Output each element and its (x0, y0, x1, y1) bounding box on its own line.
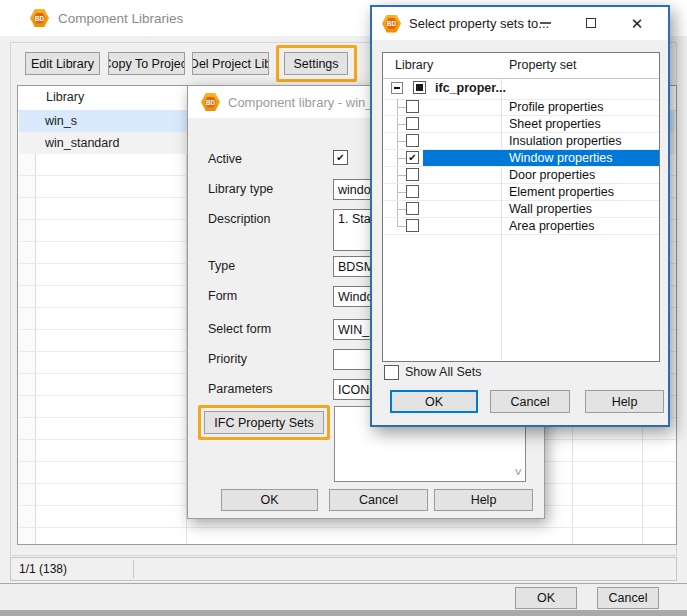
dialog-help-button[interactable]: Help (434, 489, 533, 511)
property-set-row[interactable]: ✔ Window properties (383, 150, 659, 167)
library-root-row[interactable]: ifc_proper... (383, 78, 659, 100)
property-set-label: Element properties (509, 185, 614, 199)
minimize-button[interactable] (532, 12, 558, 34)
maximize-button[interactable] (578, 12, 604, 34)
tree-connector-tick (397, 124, 406, 125)
property-sets-list[interactable]: Library Property set ifc_proper... ✔ Pro… (382, 52, 660, 362)
dialog-cancel-button[interactable]: Cancel (490, 390, 570, 413)
priority-label: Priority (208, 352, 247, 366)
root-library-label: ifc_proper... (435, 81, 506, 95)
select-form-label: Select form (208, 322, 271, 336)
dialog-ok-button[interactable]: OK (221, 489, 318, 511)
collapse-expander-icon[interactable] (391, 82, 403, 94)
property-set-checkbox[interactable]: ✔ (406, 117, 419, 130)
form-label: Form (208, 289, 237, 303)
dialog-cancel-button[interactable]: Cancel (329, 489, 428, 511)
bottom-window-edge (0, 610, 687, 616)
tree-connector-tick (397, 192, 406, 193)
property-set-label: Door properties (509, 168, 595, 182)
property-set-label: Sheet properties (509, 117, 601, 131)
bd-dialog-icon: BD (201, 93, 220, 111)
property-set-column-header: Property set (509, 58, 576, 72)
show-all-sets-checkbox[interactable]: ✔ (384, 365, 399, 380)
status-bar-divider (133, 560, 134, 578)
property-set-label: Wall properties (509, 202, 592, 216)
show-all-sets-label: Show All Sets (405, 365, 481, 379)
minimize-icon (540, 22, 551, 24)
tree-connector-tick (397, 107, 406, 108)
property-set-checkbox[interactable]: ✔ (406, 219, 419, 232)
property-set-checkbox[interactable]: ✔ (406, 134, 419, 147)
property-set-label: Area properties (509, 219, 594, 233)
ifc-property-sets-button[interactable]: IFC Property Sets (204, 411, 324, 434)
type-label: Type (208, 259, 235, 273)
tree-connector (397, 218, 398, 226)
list-header: Library Property set (383, 53, 659, 79)
property-set-checkbox[interactable]: ✔ (406, 185, 419, 198)
library-type-label: Library type (208, 182, 273, 196)
status-bar: 1/1 (138) (10, 557, 677, 581)
root-tristate-checkbox[interactable] (413, 81, 426, 94)
property-set-label: Window properties (509, 151, 613, 165)
tree-connector-tick (397, 141, 406, 142)
edit-library-button[interactable]: Edit Library (25, 52, 100, 75)
description-label: Description (208, 212, 271, 226)
scroll-down-icon[interactable]: ˅ (514, 465, 522, 480)
main-window-title: Component Libraries (58, 11, 183, 26)
tree-connector-tick (397, 226, 406, 227)
property-set-checkbox[interactable]: ✔ (406, 168, 419, 181)
bd-app-icon: BD (30, 9, 49, 27)
dialog-ok-button[interactable]: OK (390, 390, 478, 413)
record-count-status: 1/1 (138) (19, 562, 67, 576)
property-set-label: Profile properties (509, 100, 604, 114)
maximize-icon (586, 18, 596, 28)
property-set-checkbox[interactable]: ✔ (406, 202, 419, 215)
property-set-checkbox[interactable]: ✔ (406, 151, 419, 164)
bd-dialog-icon: BD (382, 15, 401, 33)
tree-connector-tick (397, 158, 406, 159)
library-column-header: Library (46, 90, 84, 104)
settings-button[interactable]: Settings (284, 52, 348, 75)
property-set-row[interactable]: ✔ Sheet properties (383, 116, 659, 133)
close-icon: ✕ (631, 16, 644, 31)
library-column-header: Library (395, 58, 433, 72)
active-label: Active (208, 152, 242, 166)
property-set-row[interactable]: ✔ Wall properties (383, 201, 659, 218)
property-set-row[interactable]: ✔ Area properties (383, 218, 659, 235)
tree-connector-tick (397, 175, 406, 176)
close-button[interactable]: ✕ (624, 12, 650, 34)
tree-connector-tick (397, 209, 406, 210)
parameters-label: Parameters (208, 382, 273, 396)
property-set-row[interactable]: ✔ Insulation properties (383, 133, 659, 150)
copy-to-project-button[interactable]: Copy To Project (108, 52, 185, 75)
del-project-lib-button[interactable]: Del Project Lib (192, 52, 269, 75)
background-cancel-button[interactable]: Cancel (597, 587, 659, 609)
property-set-label: Insulation properties (509, 134, 622, 148)
property-set-row[interactable]: ✔ Door properties (383, 167, 659, 184)
select-property-sets-dialog: BD Select property sets to... ✕ Library … (370, 5, 670, 427)
active-checkbox[interactable]: ✔ (333, 150, 348, 165)
property-set-row[interactable]: ✔ Element properties (383, 184, 659, 201)
background-ok-button[interactable]: OK (515, 587, 577, 609)
property-set-checkbox[interactable]: ✔ (406, 100, 419, 113)
dialog-help-button[interactable]: Help (585, 390, 664, 413)
dialog-title: Select property sets to... (409, 16, 549, 31)
property-set-row[interactable]: ✔ Profile properties (383, 99, 659, 116)
